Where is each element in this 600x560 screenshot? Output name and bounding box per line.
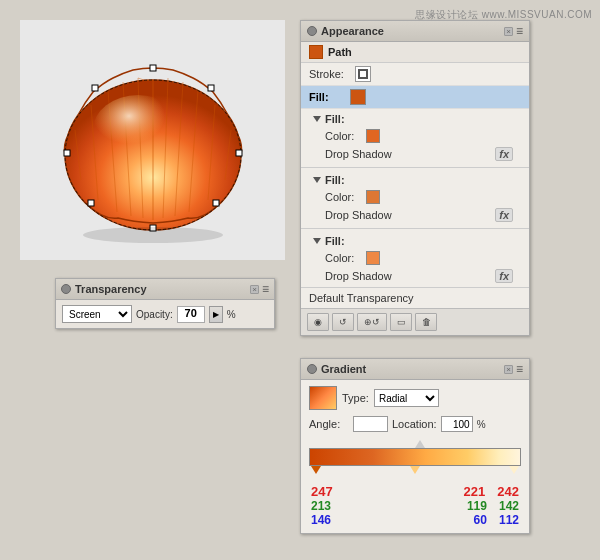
gradient-bar[interactable] — [309, 448, 521, 466]
fill-color-row-1[interactable]: Color: — [313, 127, 521, 145]
svg-point-12 — [93, 95, 183, 165]
gradient-percent: % — [477, 419, 486, 430]
drop-shadow-row-2[interactable]: Drop Shadow fx — [313, 206, 521, 224]
appearance-win-btns: × ≡ — [504, 24, 523, 38]
transparency-panel-icon — [61, 284, 71, 294]
svg-rect-23 — [310, 449, 520, 465]
gradient-panel-icon — [307, 364, 317, 374]
blend-mode-select[interactable]: Screen Normal Multiply — [62, 305, 132, 323]
svg-rect-19 — [92, 85, 98, 91]
fill-section-title-3: Fill: — [325, 235, 345, 247]
transparency-title-left: Transparency — [61, 283, 147, 295]
num-left-blue: 146 — [311, 513, 331, 527]
num-right-green: 119 — [467, 499, 487, 513]
toolbar-btn-3[interactable]: ⊕↺ — [357, 313, 387, 331]
gradient-close-btn[interactable]: × — [504, 365, 513, 374]
num-right-blue: 60 — [474, 513, 487, 527]
appearance-close-btn[interactable]: × — [504, 27, 513, 36]
gradient-stop-mid[interactable] — [410, 466, 420, 474]
stroke-row[interactable]: Stroke: — [301, 63, 529, 86]
divider-2 — [301, 228, 529, 229]
color-label-3: Color: — [325, 252, 360, 264]
gradient-stop-right[interactable] — [509, 466, 519, 474]
fill-section-header-1[interactable]: Fill: — [313, 111, 521, 127]
fill-swatch[interactable] — [350, 89, 366, 105]
path-icon — [309, 45, 323, 59]
fill-color-row-2[interactable]: Color: — [313, 188, 521, 206]
transparency-close-btn[interactable]: × — [250, 285, 259, 294]
gradient-bar-container — [309, 438, 521, 478]
transparency-panel: Transparency × ≡ Screen Normal Multiply … — [55, 278, 275, 329]
triangle-down-icon-1 — [313, 116, 321, 122]
fill-highlight-row[interactable]: Fill: — [301, 86, 529, 109]
color-swatch-2[interactable] — [366, 190, 380, 204]
gradient-angle-row: Angle: Location: % — [309, 416, 521, 432]
fill-color-row-3[interactable]: Color: — [313, 249, 521, 267]
gradient-win-btns: × ≡ — [504, 362, 523, 376]
toolbar-btn-2[interactable]: ↺ — [332, 313, 354, 331]
stroke-swatch[interactable] — [355, 66, 371, 82]
drop-shadow-label-3: Drop Shadow — [325, 270, 392, 282]
color-label-2: Color: — [325, 191, 360, 203]
opacity-label: Opacity: — [136, 309, 173, 320]
toolbar-btn-1[interactable]: ◉ — [307, 313, 329, 331]
fill-section-title-1: Fill: — [325, 113, 345, 125]
path-label: Path — [328, 46, 352, 58]
location-label: Location: — [392, 418, 437, 430]
drop-shadow-row-3[interactable]: Drop Shadow fx — [313, 267, 521, 285]
angle-input[interactable] — [353, 416, 388, 432]
num-right-red2: 242 — [497, 484, 519, 499]
default-transparency-row: Default Transparency — [301, 287, 529, 308]
appearance-titlebar: Appearance × ≡ — [301, 21, 529, 42]
num-right-red: 221 — [464, 484, 486, 499]
divider-1 — [301, 167, 529, 168]
appearance-title-left: Appearance — [307, 25, 384, 37]
gradient-stop-left[interactable] — [311, 466, 321, 474]
appearance-menu-icon[interactable]: ≡ — [516, 24, 523, 38]
transparency-menu-icon[interactable]: ≡ — [262, 282, 269, 296]
shell-image — [43, 35, 263, 245]
color-swatch-1[interactable] — [366, 129, 380, 143]
fill-section-header-3[interactable]: Fill: — [313, 233, 521, 249]
transparency-titlebar: Transparency × ≡ — [56, 279, 274, 300]
fill-section-3: Fill: Color: Drop Shadow fx — [301, 231, 529, 287]
num-group-right: 221 242 119 142 60 112 — [464, 484, 519, 527]
appearance-title: Appearance — [321, 25, 384, 37]
drop-shadow-label-2: Drop Shadow — [325, 209, 392, 221]
gradient-type-select[interactable]: Radial Linear — [374, 389, 439, 407]
gradient-top-stop[interactable] — [415, 440, 425, 448]
gradient-title-left: Gradient — [307, 363, 366, 375]
color-swatch-3[interactable] — [366, 251, 380, 265]
stroke-label: Stroke: — [309, 68, 349, 80]
transparency-title: Transparency — [75, 283, 147, 295]
transparency-win-btns: × ≡ — [250, 282, 269, 296]
opacity-arrow-btn[interactable]: ▶ — [209, 306, 223, 323]
fill-section-header-2[interactable]: Fill: — [313, 172, 521, 188]
fx-badge-1[interactable]: fx — [495, 147, 513, 161]
gradient-numbers: 247 213 146 221 242 119 142 60 112 — [309, 482, 521, 527]
svg-point-22 — [83, 227, 223, 243]
canvas-area — [20, 20, 285, 260]
appearance-panel-icon — [307, 26, 317, 36]
opacity-value[interactable]: 70 — [177, 306, 205, 323]
num-right-green2: 142 — [499, 499, 519, 513]
num-group-left: 247 213 146 — [311, 484, 333, 527]
appearance-panel: Appearance × ≡ Path Stroke: Fill: — [300, 20, 530, 336]
transparency-controls: Screen Normal Multiply Opacity: 70 ▶ % — [56, 300, 274, 328]
fx-badge-2[interactable]: fx — [495, 208, 513, 222]
gradient-preview[interactable] — [309, 386, 337, 410]
num-right-blue2: 112 — [499, 513, 519, 527]
toolbar-btn-5[interactable]: 🗑 — [415, 313, 437, 331]
gradient-titlebar: Gradient × ≡ — [301, 359, 529, 380]
toolbar-btn-4[interactable]: ▭ — [390, 313, 412, 331]
drop-shadow-row-1[interactable]: Drop Shadow fx — [313, 145, 521, 163]
num-left-red: 247 — [311, 484, 333, 499]
svg-rect-18 — [208, 85, 214, 91]
color-label-1: Color: — [325, 130, 360, 142]
appearance-toolbar: ◉ ↺ ⊕↺ ▭ 🗑 — [301, 308, 529, 335]
fill-section-2: Fill: Color: Drop Shadow fx — [301, 170, 529, 226]
fx-badge-3[interactable]: fx — [495, 269, 513, 283]
location-input[interactable] — [441, 416, 473, 432]
gradient-title: Gradient — [321, 363, 366, 375]
gradient-menu-icon[interactable]: ≡ — [516, 362, 523, 376]
